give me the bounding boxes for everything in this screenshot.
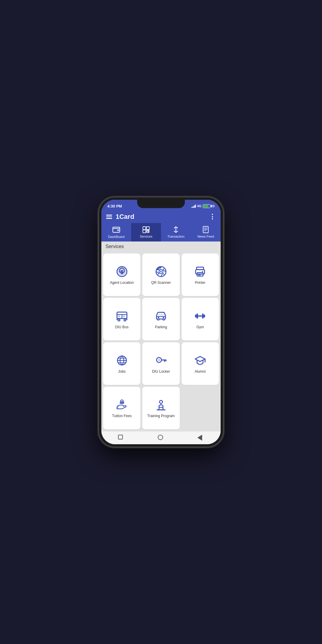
service-label-alumni: Alumni: [195, 369, 206, 374]
app-header: 1Card ⋮: [101, 210, 221, 223]
svg-text:$: $: [147, 230, 148, 233]
training-icon: [155, 399, 167, 411]
service-label-diu-locker: DIU Locker: [152, 369, 170, 374]
service-label-qr-scanner: QR Scanner: [151, 281, 171, 285]
svg-rect-42: [123, 316, 125, 317]
key-icon: [155, 354, 167, 366]
service-card-alumni[interactable]: Alumni: [182, 342, 219, 385]
service-card-tuition-fees[interactable]: $ Tuition Fees: [103, 387, 140, 429]
phone-frame: 4:30 PM 4G 23: [98, 197, 224, 447]
service-label-jobs: Jobs: [118, 369, 126, 374]
service-card-training-program[interactable]: Training Program: [142, 387, 179, 429]
service-label-training-program: Training Program: [147, 414, 175, 418]
qr-scanner-icon: [155, 266, 167, 278]
dashboard-wallet-icon: [112, 225, 120, 234]
service-card-parking[interactable]: Parking: [142, 298, 179, 340]
svg-rect-41: [118, 316, 120, 317]
svg-rect-50: [202, 314, 204, 319]
tab-dashboard[interactable]: DashBoard: [101, 223, 131, 242]
svg-point-33: [202, 271, 203, 272]
svg-point-45: [163, 317, 164, 319]
newsfeed-tab-icon: [202, 226, 210, 233]
svg-point-38: [124, 319, 126, 321]
svg-rect-3: [143, 227, 146, 230]
svg-rect-8: [203, 226, 208, 233]
tab-bar: DashBoard $ Services: [101, 223, 221, 242]
svg-marker-61: [195, 357, 205, 362]
svg-point-57: [158, 359, 160, 361]
service-card-agent-location[interactable]: $ $ Agent Location: [103, 253, 140, 296]
agent-location-icon: $ $: [116, 266, 128, 278]
hamburger-menu-icon[interactable]: [106, 215, 112, 219]
bottom-nav: [101, 431, 221, 444]
svg-rect-63: [117, 405, 118, 409]
service-label-parking: Parking: [155, 325, 167, 329]
svg-point-2: [118, 230, 118, 230]
nav-triangle-icon: [197, 435, 202, 441]
tab-transaction[interactable]: Transaction: [161, 223, 191, 242]
more-options-icon[interactable]: ⋮: [209, 213, 216, 221]
svg-line-23: [157, 272, 159, 273]
printer-icon: [194, 266, 206, 278]
service-card-diu-locker[interactable]: DIU Locker: [142, 342, 179, 385]
service-label-gym: Gym: [196, 325, 204, 329]
tab-services-label: Services: [140, 235, 152, 238]
section-header: Services: [101, 242, 221, 252]
svg-rect-49: [197, 314, 198, 319]
nav-square-icon: [118, 435, 123, 439]
service-label-printer: Printer: [195, 281, 205, 285]
gym-icon: [194, 310, 206, 322]
battery-level: [203, 205, 209, 208]
svg-rect-4: [146, 227, 149, 230]
battery-icon: [203, 204, 210, 208]
tab-newsfeed-label: News Feed: [197, 235, 214, 238]
svg-rect-5: [143, 230, 146, 233]
services-tab-icon: $: [142, 226, 150, 233]
app-title: 1Card: [116, 213, 134, 221]
bus-icon: [116, 310, 128, 322]
transaction-tab-icon: [172, 226, 180, 233]
svg-line-21: [163, 270, 165, 272]
services-grid: $ $ Agent Location: [101, 252, 221, 431]
nav-home-button[interactable]: [158, 435, 164, 441]
section-title: Services: [106, 244, 124, 249]
globe-icon: [116, 354, 128, 366]
svg-rect-47: [195, 315, 197, 318]
svg-rect-48: [204, 315, 205, 318]
service-label-agent-location: Agent Location: [110, 281, 134, 285]
service-card-qr-scanner[interactable]: QR Scanner: [142, 253, 179, 296]
svg-point-37: [118, 319, 120, 321]
svg-rect-32: [198, 275, 201, 275]
service-card-gym[interactable]: Gym: [182, 298, 219, 340]
money-hand-icon: $: [116, 399, 128, 411]
svg-point-66: [160, 400, 162, 403]
svg-line-22: [161, 274, 162, 276]
network-label: 4G: [197, 204, 202, 208]
service-card-printer[interactable]: Printer: [182, 253, 219, 296]
tab-services[interactable]: $ Services: [131, 223, 161, 242]
service-label-diu-bus: DIU Bus: [115, 325, 129, 329]
svg-point-19: [160, 271, 162, 273]
tab-transaction-label: Transaction: [167, 235, 184, 238]
status-time: 4:30 PM: [107, 204, 122, 208]
svg-rect-31: [198, 274, 202, 275]
battery-container: 23: [203, 204, 215, 208]
main-content: 1Card ⋮ DashBoard: [101, 210, 221, 444]
service-card-diu-bus[interactable]: DIU Bus: [103, 298, 140, 340]
phone-screen: 4:30 PM 4G 23: [101, 200, 221, 444]
signal-bars-icon: [191, 204, 196, 208]
notch: [137, 200, 185, 208]
graduation-icon: [194, 354, 206, 366]
service-label-tuition-fees: Tuition Fees: [112, 414, 132, 418]
tab-dashboard-label: DashBoard: [108, 235, 124, 239]
service-card-jobs[interactable]: Jobs: [103, 342, 140, 385]
svg-point-44: [158, 317, 159, 319]
svg-text:$: $: [121, 269, 123, 273]
svg-line-26: [163, 273, 164, 275]
tab-newsfeed[interactable]: News Feed: [191, 223, 221, 242]
car-icon: [155, 310, 167, 322]
nav-square-button[interactable]: [118, 435, 125, 441]
status-icons: 4G 23: [191, 204, 215, 208]
nav-back-button[interactable]: [197, 435, 204, 441]
header-left: 1Card: [106, 213, 134, 221]
